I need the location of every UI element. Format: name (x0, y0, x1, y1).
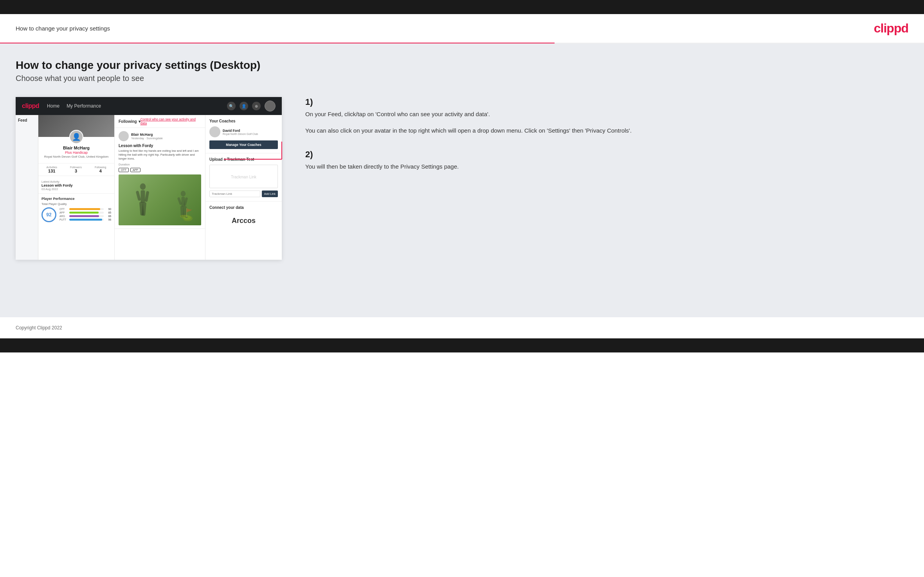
tag-app: APP (130, 168, 140, 172)
tag-ott: OTT (119, 168, 129, 172)
bar-ott: OTT 90 (59, 208, 111, 210)
profile-name: Blair McHarg (41, 146, 111, 150)
trackman-section: Upload a Trackman Test Trackman Link Add… (205, 153, 282, 201)
feed-tab[interactable]: Feed (16, 115, 38, 260)
quality-row: 92 OTT 90 APP 85 (41, 207, 111, 222)
control-privacy-link[interactable]: Control who can see your activity and da… (140, 117, 201, 125)
post-description: Looking to feel like my hands are exitin… (119, 149, 201, 160)
svg-rect-1 (140, 190, 145, 203)
step2-number: 2) (305, 149, 908, 160)
nav-my-performance[interactable]: My Performance (67, 103, 101, 109)
post-avatar (119, 131, 129, 141)
instruction-step1: 1) On your Feed, click/tap on 'Control w… (305, 97, 908, 135)
svg-point-0 (140, 183, 146, 190)
svg-rect-11 (183, 206, 187, 217)
top-bar (0, 0, 924, 14)
svg-rect-3 (144, 191, 149, 202)
following-button[interactable]: Following ▾ (119, 119, 140, 124)
search-icon[interactable]: 🔍 (227, 102, 236, 110)
nav-items: Home My Performance (47, 103, 219, 109)
main-content: How to change your privacy settings (Des… (0, 43, 924, 317)
connect-title: Connect your data (209, 205, 278, 210)
post-user-info: Blair McHarg Yesterday · Sunningdale (131, 133, 163, 140)
step1-number: 1) (305, 97, 908, 107)
post-duration-label: Duration (119, 163, 201, 166)
nav-icons: 🔍 👤 ⊕ (227, 101, 276, 111)
post-header: Blair McHarg Yesterday · Sunningdale (119, 131, 201, 141)
left-sidebar: Blair McHarg Plus Handicap Royal North D… (38, 115, 115, 260)
post-title: Lesson with Fordy (119, 144, 201, 148)
stat-following: Following 4 (95, 166, 106, 173)
post-image (119, 174, 201, 225)
bar-arg: ARG 86 (59, 215, 111, 217)
arccos-logo: Arccos (209, 213, 278, 229)
logo: clippd (874, 21, 908, 36)
header: How to change your privacy settings clip… (0, 14, 924, 43)
step2-text: You will then be taken directly to the P… (305, 162, 908, 171)
profile-stats: Activities 131 Followers 3 Following 4 (38, 163, 114, 176)
profile-avatar (69, 130, 83, 144)
trackman-title: Upload a Trackman Test (209, 157, 278, 162)
manage-coaches-button[interactable]: Manage Your Coaches (209, 140, 278, 149)
right-sidebar: Your Coaches David Ford Royal North Devo… (205, 115, 282, 260)
user-icon[interactable]: 👤 (240, 102, 248, 110)
profile-handicap: Plus Handicap (41, 151, 111, 155)
settings-icon[interactable]: ⊕ (252, 102, 261, 110)
page-subheading: Choose what you want people to see (16, 74, 908, 83)
profile-club: Royal North Devon Golf Club, United King… (41, 155, 111, 158)
nav-home[interactable]: Home (47, 103, 59, 109)
bottom-bar (0, 338, 924, 352)
instruction-step2: 2) You will then be taken directly to th… (305, 149, 908, 171)
stat-followers: Followers 3 (70, 166, 82, 173)
header-title: How to change your privacy settings (16, 25, 110, 32)
add-link-button[interactable]: Add Link (262, 191, 278, 197)
content-layout: clippd Home My Performance 🔍 👤 ⊕ Feed (16, 97, 908, 260)
coach-item: David Ford Royal North Devon Golf Club (209, 126, 278, 137)
coach-info: David Ford Royal North Devon Golf Club (223, 129, 258, 135)
trackman-input-row: Add Link (209, 191, 278, 197)
app-nav: clippd Home My Performance 🔍 👤 ⊕ (16, 97, 282, 115)
stat-activities: Activities 131 (46, 166, 57, 173)
app-logo: clippd (22, 102, 39, 110)
copyright: Copyright Clippd 2022 (16, 325, 62, 331)
post-tags: OTT APP (119, 168, 201, 172)
bar-app: APP 85 (59, 211, 111, 214)
player-performance: Player Performance Total Player Quality … (38, 193, 114, 225)
quality-score: 92 (41, 207, 56, 222)
footer: Copyright Clippd 2022 (0, 317, 924, 338)
bar-putt: PUTT 96 (59, 218, 111, 221)
trackman-input[interactable] (209, 191, 260, 197)
trackman-placeholder: Trackman Link (209, 165, 278, 188)
svg-rect-10 (180, 206, 184, 217)
svg-point-6 (181, 191, 186, 196)
app-screenshot: clippd Home My Performance 🔍 👤 ⊕ Feed (16, 97, 282, 260)
post-card: Blair McHarg Yesterday · Sunningdale Les… (115, 128, 205, 229)
app-body: Feed Blair McHarg Plus Handicap Royal No… (16, 115, 282, 260)
quality-bars: OTT 90 APP 85 ARG (59, 208, 111, 222)
page-heading: How to change your privacy settings (Des… (16, 59, 908, 72)
step1-text1: On your Feed, click/tap on 'Control who … (305, 110, 908, 119)
connect-section: Connect your data Arccos (205, 201, 282, 233)
coach-avatar (209, 126, 220, 137)
latest-activity: Latest Activity Lesson with Fordy 03 Aug… (38, 178, 114, 193)
profile-banner (38, 115, 114, 137)
coaches-title: Your Coaches (209, 119, 278, 123)
svg-rect-2 (135, 191, 141, 201)
svg-rect-8 (177, 197, 182, 205)
feed-header: Following ▾ Control who can see your act… (115, 115, 205, 128)
step1-text2: You can also click on your avatar in the… (305, 126, 908, 135)
center-feed: Following ▾ Control who can see your act… (115, 115, 205, 260)
avatar[interactable] (265, 101, 276, 111)
coaches-section: Your Coaches David Ford Royal North Devo… (205, 115, 282, 153)
instructions: 1) On your Feed, click/tap on 'Control w… (297, 97, 908, 185)
